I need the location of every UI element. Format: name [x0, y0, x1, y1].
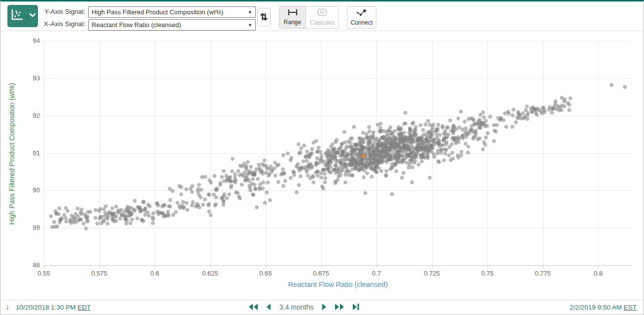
y-axis-signal-select[interactable]: High Pass Filtered Product Composition (… [88, 6, 256, 18]
x-tick-label: 0.775 [535, 270, 551, 277]
capsules-toggle-label: Capsules [310, 19, 335, 26]
x-axis-title: Reactant Flow Ratio (cleansed) [188, 280, 488, 288]
dropdown-caret-icon: ▼ [248, 10, 252, 15]
toolbar: Y-Axis Signal: X-Axis Signal: High Pass … [0, 1, 644, 31]
range-start-timezone[interactable]: EDT [77, 304, 91, 311]
range-icon [287, 9, 298, 17]
step-back-fast-button[interactable] [247, 302, 260, 312]
range-end-datetime: 2/2/2019 9:50 AM [570, 304, 624, 311]
range-toggle-button[interactable]: Range [279, 6, 306, 28]
x-tick-label: 0.575 [91, 270, 107, 277]
connect-button[interactable]: Connect [347, 6, 376, 29]
view-toggle-group: Range Capsules [279, 6, 339, 29]
y-tick-label: 94 [18, 37, 40, 44]
range-toggle-label: Range [284, 19, 301, 26]
step-back-button[interactable] [265, 302, 272, 312]
x-tick-label: 0.65 [259, 270, 271, 277]
x-axis-signal-label: X-Axis Signal: [36, 20, 85, 28]
x-axis-signal-value: Reactant Flow Ratio (cleansed) [92, 21, 181, 29]
chart-type-button[interactable] [7, 5, 38, 27]
footer-time-bar: ↓ 10/20/2018 1:30 PM EDT 3.4 months 2/2/… [0, 300, 644, 315]
connect-icon [356, 9, 368, 18]
x-tick-label: 0.75 [481, 270, 493, 277]
x-tick-label: 0.725 [424, 270, 440, 277]
x-tick-label: 0.8 [594, 270, 603, 277]
range-start-timestamp[interactable]: 10/20/2018 1:30 PM EDT [16, 304, 91, 311]
chevron-down-icon [29, 8, 36, 24]
step-forward-button[interactable] [320, 302, 328, 312]
swap-axes-icon: ⇅ [260, 12, 268, 22]
y-tick-label: 90 [18, 186, 40, 194]
step-to-end-button[interactable] [351, 302, 361, 312]
range-start-arrow-icon: ↓ [5, 302, 10, 312]
connect-button-label: Connect [351, 19, 373, 26]
y-tick-label: 92 [18, 112, 40, 119]
x-tick-label: 0.625 [202, 270, 218, 277]
y-axis-signal-label: Y-Axis Signal: [36, 8, 85, 15]
y-axis-title: High Pass Filtered Product Composition (… [8, 77, 16, 230]
y-tick-label: 88 [18, 261, 40, 269]
range-end-timestamp[interactable]: 2/2/2019 9:50 AM EST [570, 304, 637, 311]
x-axis-signal-select[interactable]: Reactant Flow Ratio (cleansed) ▼ [88, 19, 256, 31]
capsules-toggle-button[interactable]: Capsules [306, 6, 339, 28]
time-navigation: 3.4 months [247, 302, 361, 312]
capsules-icon [317, 8, 327, 18]
x-tick-label: 0.675 [313, 270, 329, 277]
scatter-canvas[interactable] [44, 41, 632, 269]
step-forward-fast-button[interactable] [333, 302, 346, 312]
scatter-plot-tool-window: Y-Axis Signal: X-Axis Signal: High Pass … [0, 0, 644, 315]
y-tick-label: 89 [18, 224, 40, 231]
display-range-duration[interactable]: 3.4 months [277, 303, 315, 311]
swap-axes-button[interactable]: ⇅ [257, 8, 271, 26]
x-tick-label: 0.55 [37, 270, 50, 277]
scatter-chart: High Pass Filtered Product Composition (… [0, 32, 644, 300]
y-tick-label: 91 [18, 149, 40, 157]
x-tick-label: 0.6 [150, 270, 159, 277]
x-tick-label: 0.7 [372, 270, 381, 277]
range-end-timezone[interactable]: EST [624, 304, 637, 311]
y-tick-label: 93 [18, 74, 40, 82]
y-axis-signal-value: High Pass Filtered Product Composition (… [92, 8, 223, 16]
scatter-plot-icon [9, 8, 29, 24]
dropdown-caret-icon: ▼ [248, 23, 252, 28]
range-start-datetime: 10/20/2018 1:30 PM [16, 304, 77, 311]
